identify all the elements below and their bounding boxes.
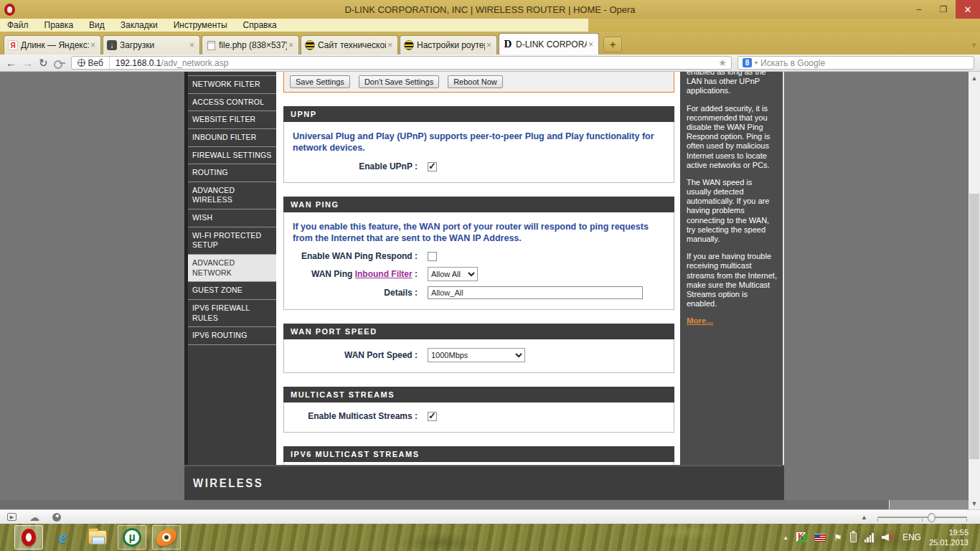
- kaspersky-icon[interactable]: [796, 532, 806, 542]
- tab-bar: Я Длинк — Яндекс: наш... × ↓ Загрузки × …: [0, 32, 980, 55]
- opera-turbo-icon[interactable]: [52, 513, 61, 522]
- tab-close-icon[interactable]: ×: [386, 40, 394, 50]
- forward-icon[interactable]: →: [22, 57, 33, 68]
- beeline-icon: [404, 40, 414, 50]
- sidebar-item-ipv6-routing[interactable]: IPV6 ROUTING: [188, 327, 276, 345]
- sidebar-item-wish[interactable]: WISH: [188, 209, 276, 227]
- tab-close-icon[interactable]: ×: [485, 40, 493, 50]
- sidebar-item-website-filter[interactable]: WEBSITE FILTER: [188, 111, 276, 129]
- help-paragraph: The WAN speed is usually detected automa…: [687, 178, 777, 244]
- page-footer: WIRELESS: [184, 465, 784, 500]
- tab-close-icon[interactable]: ×: [287, 40, 295, 50]
- muted-speaker-icon[interactable]: ✕: [882, 532, 895, 542]
- save-settings-button[interactable]: Save Settings: [290, 75, 350, 88]
- taskbar-explorer-button[interactable]: [83, 525, 112, 550]
- vertical-scrollbar[interactable]: ▲ ▼: [969, 72, 980, 509]
- scroll-up-icon[interactable]: ▲: [969, 73, 980, 83]
- orange-eye-app-icon: [156, 529, 176, 546]
- clock[interactable]: 19:55 25.01.2013: [929, 527, 973, 548]
- opera-icon: [22, 529, 36, 546]
- menu-edit[interactable]: Правка: [44, 20, 74, 30]
- bookmark-star-icon[interactable]: ★: [718, 57, 727, 68]
- scroll-down-icon[interactable]: ▼: [969, 499, 980, 509]
- tray-time: 19:55: [929, 527, 969, 537]
- sidebar-item-access-control[interactable]: ACCESS CONTROL: [188, 94, 276, 112]
- wan-ping-filter-select[interactable]: Allow All: [428, 267, 478, 281]
- dlink-icon: D: [503, 39, 513, 50]
- enable-upnp-checkbox[interactable]: [428, 162, 437, 171]
- fit-width-icon[interactable]: ▲: [861, 514, 867, 521]
- menu-view[interactable]: Вид: [89, 20, 105, 30]
- tab-close-icon[interactable]: ×: [587, 39, 595, 50]
- password-key-icon[interactable]: [54, 60, 65, 66]
- language-indicator[interactable]: ENG: [903, 532, 921, 542]
- action-center-flag-icon[interactable]: ⚑: [834, 532, 842, 543]
- tab-router-settings[interactable]: Настройки роутеров в... ×: [400, 35, 497, 55]
- sidebar-item-wifi-protected-setup[interactable]: WI-FI PROTECTED SETUP: [188, 227, 276, 255]
- details-input[interactable]: [428, 286, 643, 299]
- section-upnp-title: UPNP: [283, 106, 674, 122]
- sidebar-item-advanced-network[interactable]: ADVANCED NETWORK: [188, 255, 276, 282]
- zoom-slider-knob[interactable]: [928, 513, 936, 522]
- inbound-filter-link[interactable]: Inbound Filter: [355, 269, 413, 279]
- menu-help[interactable]: Справка: [243, 20, 277, 30]
- tab-yandex[interactable]: Я Длинк — Яндекс: наш... ×: [4, 35, 101, 55]
- enable-wan-ping-checkbox[interactable]: [428, 252, 437, 261]
- opera-link-cloud-icon[interactable]: ☁: [29, 512, 39, 523]
- menu-tools[interactable]: Инструменты: [174, 20, 227, 30]
- upnp-description: Universal Plug and Play (UPnP) supports …: [293, 131, 665, 154]
- horizontal-scrollbar[interactable]: [0, 500, 969, 509]
- taskbar-utorrent-button[interactable]: µ: [118, 525, 146, 550]
- tab-file-php[interactable]: file.php (838×537) ×: [202, 35, 299, 55]
- sidebar-item-ipv6-firewall-rules[interactable]: IPV6 FIREWALL RULES: [188, 300, 276, 327]
- windows-taskbar: e µ ▲ ⚑ ✕ ENG 19:55 25.01.2013: [0, 524, 980, 551]
- menu-bookmarks[interactable]: Закладки: [121, 20, 158, 30]
- sidebar-item-firewall-settings[interactable]: FIREWALL SETTINGS: [188, 147, 276, 165]
- search-input[interactable]: [760, 58, 969, 68]
- image-file-icon: [207, 41, 215, 50]
- sidebar-item-network-filter[interactable]: NETWORK FILTER: [188, 76, 276, 94]
- wan-port-speed-select[interactable]: 1000Mbps: [428, 348, 525, 362]
- taskbar-orange-app-button[interactable]: [152, 525, 181, 550]
- new-tab-button[interactable]: +: [603, 37, 622, 52]
- help-paragraph: For added security, it is recommended th…: [687, 104, 777, 170]
- tab-label: Длинк — Яндекс: наш...: [21, 40, 89, 50]
- back-icon[interactable]: ←: [6, 57, 17, 68]
- wireless-brand: WIRELESS: [184, 477, 263, 490]
- panels-toggle-icon[interactable]: ▶: [7, 513, 17, 521]
- battery-icon[interactable]: [850, 532, 857, 542]
- url-field[interactable]: Веб 192.168.0.1 /adv_network.asp ★: [71, 56, 732, 70]
- beeline-icon: [305, 40, 315, 50]
- taskbar-opera-button[interactable]: [14, 525, 43, 550]
- tab-support-site[interactable]: Сайт технической под... ×: [301, 35, 398, 55]
- vertical-scrollbar-thumb[interactable]: [969, 194, 979, 459]
- sidebar-item-inbound-filter[interactable]: INBOUND FILTER: [188, 129, 276, 147]
- menu-file[interactable]: Файл: [7, 20, 29, 30]
- search-field[interactable]: 8 ▾: [738, 56, 974, 70]
- tab-dlink-active[interactable]: D D-LINK CORPORATIO... ×: [499, 33, 599, 55]
- sidebar-item-routing[interactable]: ROUTING: [188, 164, 276, 182]
- search-engine-caret-icon[interactable]: ▾: [755, 60, 758, 66]
- reboot-now-button[interactable]: Reboot Now: [448, 75, 503, 88]
- main-content: Save Settings Don't Save Settings Reboot…: [276, 72, 680, 465]
- tray-expand-icon[interactable]: ▲: [783, 534, 788, 541]
- enable-multicast-checkbox[interactable]: [428, 412, 437, 421]
- sidebar-item-advanced-wireless[interactable]: ADVANCED WIRELESS: [188, 182, 276, 209]
- site-badge[interactable]: Веб: [72, 57, 110, 69]
- yandex-icon: Я: [8, 40, 18, 50]
- us-flag-icon[interactable]: [814, 534, 826, 542]
- more-link[interactable]: More...: [687, 316, 713, 325]
- tab-close-icon[interactable]: ×: [89, 40, 97, 50]
- tab-close-icon[interactable]: ×: [188, 40, 196, 50]
- taskbar-ie-button[interactable]: e: [49, 525, 77, 550]
- sidebar-nav: NETWORK FILTER ACCESS CONTROL WEBSITE FI…: [184, 72, 276, 465]
- sidebar-item-guest-zone[interactable]: GUEST ZONE: [188, 282, 276, 300]
- network-signal-icon[interactable]: [864, 533, 874, 542]
- dont-save-settings-button[interactable]: Don't Save Settings: [359, 75, 439, 88]
- zoom-slider[interactable]: [877, 512, 967, 522]
- tab-overflow-icon[interactable]: ▿: [972, 41, 976, 49]
- wan-port-speed-label: WAN Port Speed :: [291, 350, 428, 361]
- tab-downloads[interactable]: ↓ Загрузки ×: [103, 35, 200, 55]
- horizontal-scrollbar-thumb[interactable]: [0, 500, 890, 509]
- reload-icon[interactable]: ↻: [39, 57, 48, 68]
